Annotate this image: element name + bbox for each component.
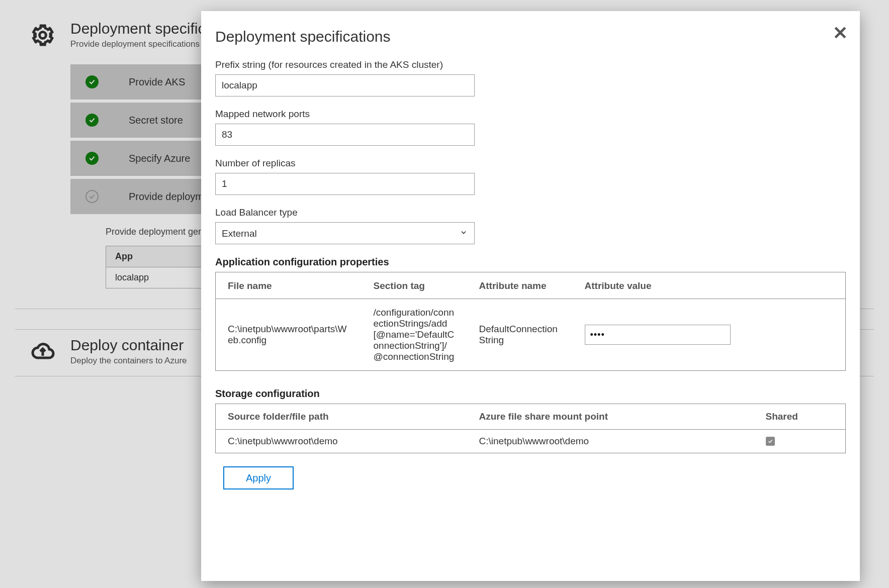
table-row: C:\inetpub\wwwroot\demo C:\inetpub\wwwro…	[216, 430, 846, 453]
cell-attr-name: DefaultConnectionString	[467, 299, 573, 371]
cell-shared	[754, 430, 846, 453]
modal-title: Deployment specifications	[215, 28, 846, 45]
apply-button[interactable]: Apply	[223, 466, 294, 489]
ports-label: Mapped network ports	[215, 109, 846, 120]
deployment-spec-modal: ✕ Deployment specifications Prefix strin…	[201, 11, 860, 581]
cell-file: C:\inetpub\wwwroot\parts\Web.config	[216, 299, 362, 371]
lb-select[interactable]: External	[215, 222, 475, 244]
replicas-label: Number of replicas	[215, 158, 846, 169]
shared-checkbox[interactable]	[766, 437, 775, 446]
ports-input[interactable]	[215, 124, 475, 146]
cell-attr-value	[573, 299, 846, 371]
storage-heading: Storage configuration	[215, 388, 846, 400]
cell-section: /configuration/connectionStrings/add[@na…	[362, 299, 467, 371]
app-config-heading: Application configuration properties	[215, 256, 846, 268]
col-mount: Azure file share mount point	[467, 404, 754, 430]
col-section: Section tag	[362, 272, 467, 299]
col-attr-value: Attribute value	[573, 272, 846, 299]
table-row: C:\inetpub\wwwroot\parts\Web.config /con…	[216, 299, 846, 371]
lb-label: Load Balancer type	[215, 207, 846, 218]
replicas-input[interactable]	[215, 173, 475, 195]
col-shared: Shared	[754, 404, 846, 430]
storage-table: Source folder/file path Azure file share…	[215, 404, 846, 453]
col-attr-name: Attribute name	[467, 272, 573, 299]
attr-value-input[interactable]	[585, 325, 731, 345]
col-source: Source folder/file path	[216, 404, 467, 430]
prefix-label: Prefix string (for resources created in …	[215, 59, 846, 70]
cell-source: C:\inetpub\wwwroot\demo	[216, 430, 467, 453]
prefix-input[interactable]	[215, 74, 475, 96]
col-file: File name	[216, 272, 362, 299]
app-config-table: File name Section tag Attribute name Att…	[215, 272, 846, 371]
close-icon[interactable]: ✕	[833, 24, 848, 42]
cell-mount: C:\inetpub\wwwroot\demo	[467, 430, 754, 453]
